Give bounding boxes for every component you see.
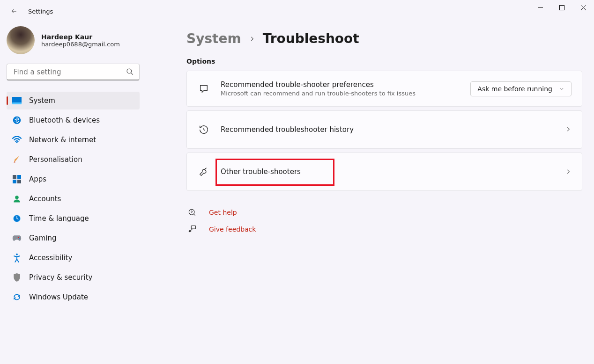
- svg-point-1: [127, 69, 132, 73]
- accessibility-icon: [12, 253, 22, 262]
- svg-rect-18: [191, 226, 195, 229]
- user-name: Hardeep Kaur: [41, 33, 120, 41]
- sidebar-item-label: Accessibility: [29, 254, 72, 262]
- sidebar-item-label: Bluetooth & devices: [29, 116, 100, 124]
- search-icon: [126, 67, 134, 78]
- section-header-options: Options: [186, 58, 581, 65]
- help-links: Get help Give feedback: [186, 208, 581, 234]
- svg-rect-0: [559, 5, 564, 10]
- sidebar-item-time-language[interactable]: Time & language: [7, 210, 140, 227]
- svg-rect-3: [12, 102, 22, 104]
- minimize-button[interactable]: [529, 0, 551, 15]
- svg-rect-7: [17, 175, 21, 179]
- user-email: hardeep0688@gmail.com: [41, 41, 120, 48]
- search-box: [7, 64, 140, 80]
- titlebar: Settings: [0, 0, 594, 22]
- preferences-dropdown[interactable]: Ask me before running: [470, 81, 572, 96]
- svg-rect-9: [17, 180, 21, 183]
- chevron-down-icon: [559, 86, 564, 92]
- sidebar-item-label: System: [29, 96, 55, 105]
- sidebar-item-label: Time & language: [29, 214, 89, 223]
- chevron-right-icon: [343, 168, 572, 175]
- svg-point-14: [19, 238, 20, 239]
- back-button[interactable]: [5, 2, 23, 21]
- sidebar-item-privacy[interactable]: Privacy & security: [7, 269, 140, 286]
- svg-point-13: [18, 237, 19, 238]
- give-feedback-link[interactable]: Give feedback: [186, 225, 581, 234]
- sidebar-item-label: Privacy & security: [29, 273, 92, 282]
- card-other-troubleshooters[interactable]: Other trouble-shooters: [186, 153, 582, 191]
- sidebar-item-accounts[interactable]: Accounts: [7, 190, 140, 208]
- sidebar-item-label: Apps: [29, 175, 46, 183]
- sidebar-item-windows-update[interactable]: Windows Update: [7, 288, 140, 306]
- help-link-label: Give feedback: [209, 226, 256, 233]
- person-icon: [12, 194, 22, 204]
- history-icon: [197, 123, 210, 136]
- sidebar-item-gaming[interactable]: Gaming: [7, 229, 140, 247]
- apps-icon: [12, 175, 22, 184]
- wifi-icon: [12, 135, 22, 145]
- close-icon: [581, 5, 586, 10]
- svg-point-15: [16, 254, 18, 255]
- maximize-icon: [559, 5, 564, 10]
- breadcrumb-current: Troubleshoot: [263, 31, 359, 46]
- shield-icon: [12, 273, 22, 282]
- sidebar-item-label: Gaming: [29, 234, 57, 242]
- nav: System Bluetooth & devices Network & int…: [7, 92, 140, 306]
- svg-rect-2: [12, 97, 22, 103]
- bluetooth-icon: [12, 116, 22, 125]
- arrow-left-icon: [10, 7, 18, 15]
- svg-point-16: [189, 209, 194, 215]
- app-title: Settings: [28, 8, 53, 15]
- card-title: Recommended trouble-shooter preferences: [221, 80, 460, 89]
- close-button[interactable]: [572, 0, 594, 15]
- help-link-label: Get help: [209, 209, 237, 216]
- sidebar-item-label: Personalisation: [29, 155, 82, 164]
- sidebar-item-label: Accounts: [29, 195, 61, 203]
- search-input[interactable]: [7, 64, 140, 80]
- main-content: System Troubleshoot Options Recommended …: [145, 22, 594, 364]
- paintbrush-icon: [12, 155, 22, 164]
- sync-icon: [12, 292, 22, 302]
- sidebar-item-label: Windows Update: [29, 293, 88, 301]
- card-subtitle: Microsoft can recommend and run trouble-…: [221, 90, 460, 97]
- window-controls: [529, 0, 594, 15]
- chevron-right-icon: [249, 33, 255, 44]
- sidebar-item-bluetooth[interactable]: Bluetooth & devices: [7, 111, 140, 129]
- maximize-button[interactable]: [551, 0, 572, 15]
- sidebar-item-label: Network & internet: [29, 136, 96, 144]
- feedback-icon: [186, 225, 198, 234]
- sidebar: Hardeep Kaur hardeep0688@gmail.com Syste…: [0, 22, 145, 364]
- card-recommended-history[interactable]: Recommended troubleshooter history: [186, 110, 582, 149]
- comment-icon: [197, 82, 210, 95]
- svg-point-17: [189, 230, 191, 232]
- card-title: Other trouble-shooters: [221, 167, 328, 176]
- user-profile[interactable]: Hardeep Kaur hardeep0688@gmail.com: [7, 22, 145, 62]
- svg-rect-6: [13, 175, 16, 179]
- avatar: [7, 26, 35, 54]
- gamepad-icon: [12, 233, 22, 243]
- breadcrumb-parent[interactable]: System: [186, 31, 241, 46]
- sidebar-item-network[interactable]: Network & internet: [7, 131, 140, 149]
- wrench-icon: [197, 165, 210, 178]
- sidebar-item-accessibility[interactable]: Accessibility: [7, 249, 140, 267]
- get-help-link[interactable]: Get help: [186, 208, 581, 217]
- sidebar-item-apps[interactable]: Apps: [7, 170, 140, 188]
- minimize-icon: [538, 5, 543, 10]
- svg-rect-8: [13, 180, 16, 183]
- sidebar-item-personalisation[interactable]: Personalisation: [7, 151, 140, 168]
- svg-point-5: [16, 142, 18, 143]
- card-recommended-preferences[interactable]: Recommended trouble-shooter preferences …: [186, 71, 582, 107]
- svg-point-10: [15, 196, 19, 199]
- clock-globe-icon: [12, 214, 22, 223]
- card-title: Recommended troubleshooter history: [221, 125, 555, 134]
- chevron-right-icon: [565, 125, 572, 134]
- help-icon: [186, 208, 198, 217]
- system-icon: [12, 96, 22, 105]
- breadcrumb: System Troubleshoot: [186, 31, 581, 46]
- sidebar-item-system[interactable]: System: [7, 92, 140, 109]
- dropdown-value: Ask me before running: [477, 85, 552, 93]
